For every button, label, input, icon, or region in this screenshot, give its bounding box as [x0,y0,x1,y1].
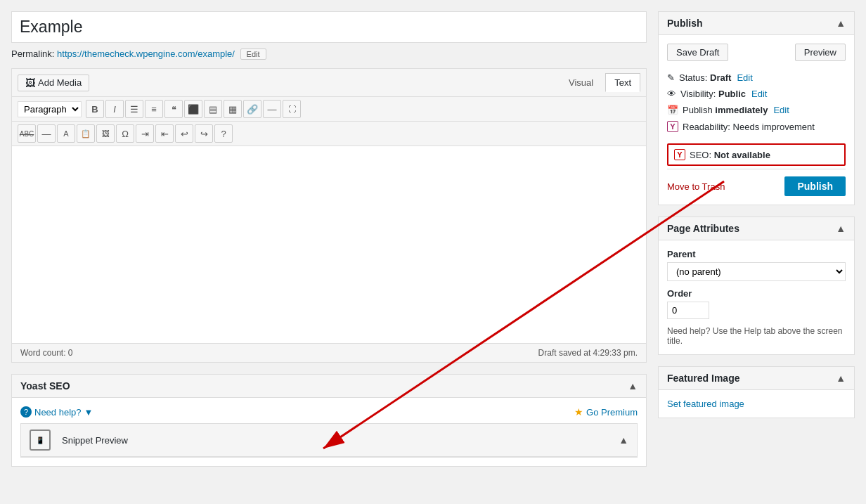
editor-toolbar-row1: Paragraph B I ☰ ≡ ❝ ⬛ ▤ ▦ 🔗 — ⛶ [12,97,646,122]
permalink-row: Permalink: https://themecheck.wpengine.c… [11,49,647,60]
seo-value: Not available [714,150,770,160]
unordered-list-button[interactable]: ☰ [125,100,143,118]
snippet-preview-box: 📱 Snippet Preview ▲ [20,423,638,458]
tab-visual[interactable]: Visual [560,73,602,92]
undo-button[interactable]: ↩ [175,124,193,143]
omega-button[interactable]: Ω [116,124,134,143]
visibility-edit-link[interactable]: Edit [751,89,767,99]
snippet-device-icon: 📱 [30,429,51,451]
readability-row: Y Readability: Needs improvement [667,118,846,135]
link-button[interactable]: 🔗 [243,100,261,118]
question-icon: ? [20,406,32,418]
help-button[interactable]: ? [214,124,233,143]
permalink-edit-button[interactable]: Edit [240,49,266,60]
align-center-button[interactable]: ▤ [204,100,222,118]
publish-box: Publish ▲ Save Draft Preview ✎ Status: D… [658,11,855,205]
featured-image-collapse-icon: ▲ [836,373,846,384]
save-draft-button[interactable]: Save Draft [667,44,728,61]
post-title-input[interactable] [11,11,647,43]
yoast-need-help-text: Need help? [34,407,82,418]
readability-value: Needs improvement [733,122,815,132]
editor-footer: Word count: 0 Draft saved at 4:29:33 pm. [12,343,646,362]
blockquote-button[interactable]: ❝ [164,100,183,118]
page-attributes-header[interactable]: Page Attributes ▲ [659,217,854,240]
featured-image-title: Featured Image [667,373,739,384]
publish-box-header[interactable]: Publish ▲ [659,12,854,35]
order-input[interactable] [667,302,709,319]
status-edit-link[interactable]: Edit [737,72,752,83]
publish-box-content: Save Draft Preview ✎ Status: Draft Edit … [659,35,854,205]
page-attributes-help-text: Need help? Use the Help tab above the sc… [667,326,846,346]
featured-image-content: Set featured image [659,390,854,418]
ordered-list-button[interactable]: ≡ [145,100,163,118]
permalink-url[interactable]: https://themecheck.wpengine.com/example/ [57,49,235,59]
status-value: Draft [710,72,731,83]
media-button[interactable]: 🖼 [96,124,115,143]
go-premium-link[interactable]: ★ Go Premium [574,406,638,418]
publish-timing-row: 📅 Publish immediately Edit [667,102,846,118]
bold-button[interactable]: B [86,100,104,118]
outdent-button[interactable]: ⇤ [155,124,174,143]
visibility-row: 👁 Visibility: Public Edit [667,86,846,102]
paste-button[interactable]: 📋 [77,124,95,143]
fullscreen-button[interactable]: ⛶ [283,100,301,118]
paragraph-select[interactable]: Paragraph [18,101,82,117]
add-media-button[interactable]: 🖼 Add Media [18,75,89,91]
indent-button[interactable]: ⇥ [136,124,154,143]
more-button[interactable]: — [263,100,281,118]
move-to-trash-link[interactable]: Move to Trash [667,181,725,192]
set-featured-image-link[interactable]: Set featured image [667,399,744,409]
word-count-value: 0 [68,348,73,358]
yoast-content: ? Need help? ▼ ★ Go Premium [12,398,646,466]
page-attributes-box: Page Attributes ▲ Parent (no parent) Ord… [658,217,855,355]
status-row: ✎ Status: Draft Edit [667,70,846,86]
yoast-help-row: ? Need help? ▼ ★ Go Premium [20,406,638,418]
word-count-label: Word count: 0 [20,348,73,358]
text-color-button[interactable]: A [57,124,75,143]
editor-toolbar-row2: ABC — A 📋 🖼 Ω ⇥ ⇤ ↩ ↪ ? [12,122,646,146]
yoast-header[interactable]: Yoast SEO ▲ [12,375,646,398]
yoast-seo-box: Yoast SEO ▲ ? Need help? ▼ ★ Go Premium [11,374,647,467]
snippet-collapse-icon: ▲ [619,434,628,446]
eye-icon: 👁 [667,89,676,99]
italic-button[interactable]: I [105,100,124,118]
draft-saved-text: Draft saved at 4:29:33 pm. [538,348,638,358]
align-left-button[interactable]: ⬛ [184,100,202,118]
go-premium-text: Go Premium [586,407,638,418]
yoast-seo-icon: Y [674,149,685,160]
horizontal-rule-button[interactable]: — [37,124,56,143]
order-row: Order [667,288,846,319]
publish-timing-edit-link[interactable]: Edit [773,105,789,115]
publish-action-buttons: Save Draft Preview [667,44,846,61]
publish-timing-value: immediately [715,105,768,115]
pencil-icon: ✎ [667,72,675,83]
snippet-preview-header[interactable]: 📱 Snippet Preview ▲ [21,424,637,457]
tab-text[interactable]: Text [605,73,640,92]
strikethrough-button[interactable]: ABC [18,124,36,143]
sidebar: Publish ▲ Save Draft Preview ✎ Status: D… [658,11,855,467]
seo-status-row: Y SEO: Not available [667,143,846,166]
snippet-preview-label: Snippet Preview [62,435,128,446]
publish-button[interactable]: Publish [784,176,846,196]
add-media-label: Add Media [38,77,82,88]
page-attributes-collapse-icon: ▲ [836,223,846,234]
yoast-collapse-icon: ▲ [628,380,638,392]
seo-label: SEO: Not available [690,150,770,160]
yoast-need-help-link[interactable]: ? Need help? ▼ [20,406,93,418]
star-icon: ★ [574,406,583,418]
readability-label: Readability: Needs improvement [683,122,815,132]
featured-image-box: Featured Image ▲ Set featured image [658,366,855,418]
order-label: Order [667,288,846,299]
redo-button[interactable]: ↪ [195,124,213,143]
publish-collapse-icon: ▲ [836,18,846,29]
permalink-label: Permalink: [11,49,54,59]
preview-button[interactable]: Preview [795,44,846,61]
parent-select[interactable]: (no parent) [667,262,846,281]
featured-image-header[interactable]: Featured Image ▲ [659,367,854,390]
chevron-down-icon: ▼ [84,407,93,418]
align-right-button[interactable]: ▦ [224,100,242,118]
visibility-label: Visibility: Public [680,89,746,99]
status-label: Status: Draft [679,72,731,83]
editor-content-area[interactable] [12,146,646,343]
publish-box-title: Publish [667,18,703,29]
